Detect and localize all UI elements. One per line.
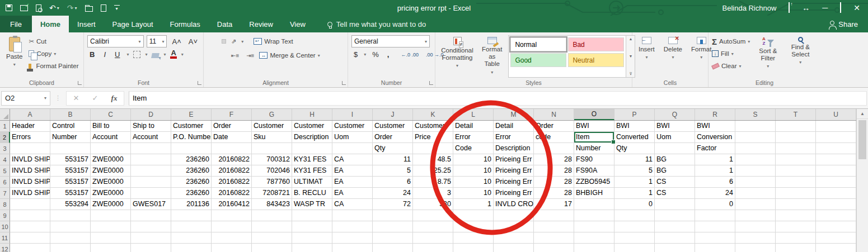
cell-B11[interactable]	[50, 232, 91, 244]
cell-M6[interactable]: Priceing Err	[494, 177, 534, 188]
tab-review[interactable]: Review	[241, 16, 281, 32]
cell-D9[interactable]	[131, 210, 171, 221]
column-header-Q[interactable]: Q	[655, 109, 695, 120]
cell-A5[interactable]: INVLD SHIP	[10, 165, 50, 177]
cell-I5[interactable]: EA	[332, 165, 373, 177]
column-header-U[interactable]: U	[816, 109, 856, 120]
column-header-C[interactable]: C	[91, 109, 131, 120]
cell-L2[interactable]: Error	[453, 132, 494, 143]
cut-button[interactable]: ✂ Cut	[29, 35, 78, 47]
cell-B6[interactable]: 553157	[50, 177, 91, 188]
open-icon[interactable]	[85, 4, 93, 12]
cell-U8[interactable]	[816, 199, 856, 210]
cell-C2[interactable]: Account	[91, 132, 131, 143]
cell-T10[interactable]	[776, 221, 816, 232]
cell-R10[interactable]	[695, 221, 735, 232]
cell-K4[interactable]: 48.5	[413, 154, 453, 165]
cell-K8[interactable]: 330	[413, 199, 453, 210]
cell-A3[interactable]	[10, 143, 50, 154]
cell-N5[interactable]: 28	[534, 165, 574, 177]
cell-U3[interactable]	[816, 143, 856, 154]
cell-E11[interactable]	[171, 232, 212, 244]
column-header-S[interactable]: S	[735, 109, 776, 120]
cell-B8[interactable]: 553294	[50, 199, 91, 210]
cell-L7[interactable]: 10	[453, 188, 494, 199]
cell-M10[interactable]	[494, 221, 534, 232]
row-header-9[interactable]: 9	[0, 210, 10, 221]
row-header-7[interactable]: 7	[0, 188, 10, 199]
select-all-corner[interactable]	[0, 109, 10, 120]
cell-Q9[interactable]	[655, 210, 695, 221]
cell-L3[interactable]: Code	[453, 143, 494, 154]
orientation-icon[interactable]: ⇗	[229, 36, 238, 47]
cell-R2[interactable]: Conversion	[695, 132, 735, 143]
cell-O3[interactable]: Number	[574, 143, 614, 154]
cell-A6[interactable]: INVLD SHIP	[10, 177, 50, 188]
cell-Q6[interactable]: CS	[655, 177, 695, 188]
share-button[interactable]: Share	[820, 16, 868, 32]
cell-F5[interactable]: 20160822	[212, 165, 252, 177]
quick-print-icon[interactable]	[20, 5, 28, 11]
cell-P6[interactable]: 1	[614, 177, 655, 188]
top-align-icon[interactable]	[207, 39, 212, 44]
column-header-F[interactable]: F	[212, 109, 252, 120]
cell-O8[interactable]	[574, 199, 614, 210]
cell-L8[interactable]: 1	[453, 199, 494, 210]
cell-K5[interactable]: 25.25	[413, 165, 453, 177]
cell-L6[interactable]: 10	[453, 177, 494, 188]
cell-T6[interactable]	[776, 177, 816, 188]
cell-N10[interactable]	[534, 221, 574, 232]
cell-F9[interactable]	[212, 210, 252, 221]
cell-E2[interactable]: P.O. Number	[171, 132, 212, 143]
autosum-button[interactable]: Σ AutoSum▾	[712, 35, 750, 47]
cell-D7[interactable]	[131, 188, 171, 199]
conditional-formatting-button[interactable]: Conditional Formatting▾	[439, 35, 476, 78]
align-right-icon[interactable]	[222, 53, 226, 58]
cell-H6[interactable]: ULTIMAT	[292, 177, 332, 188]
cell-T11[interactable]	[776, 232, 816, 244]
cell-N7[interactable]: 28	[534, 188, 574, 199]
cell-R9[interactable]	[695, 210, 735, 221]
cell-J12[interactable]	[373, 244, 413, 252]
column-header-M[interactable]: M	[494, 109, 534, 120]
row-header-6[interactable]: 6	[0, 177, 10, 188]
cell-G4[interactable]: 700312	[252, 154, 292, 165]
cell-P11[interactable]	[614, 232, 655, 244]
column-header-A[interactable]: A	[10, 109, 50, 120]
cell-K12[interactable]	[413, 244, 453, 252]
cell-O11[interactable]	[574, 232, 614, 244]
column-header-O[interactable]: O	[574, 109, 614, 120]
cell-S7[interactable]	[735, 188, 776, 199]
cell-G7[interactable]: 7208721	[252, 188, 292, 199]
fill-color-icon[interactable]	[151, 53, 159, 58]
cell-T9[interactable]	[776, 210, 816, 221]
cell-I11[interactable]	[332, 232, 373, 244]
tell-me-box[interactable]: Tell me what you want to do	[327, 16, 426, 32]
cell-L10[interactable]	[453, 221, 494, 232]
cell-T3[interactable]	[776, 143, 816, 154]
column-header-L[interactable]: L	[453, 109, 494, 120]
cell-B12[interactable]	[50, 244, 91, 252]
cell-A9[interactable]	[10, 210, 50, 221]
cell-Q2[interactable]: Uom	[655, 132, 695, 143]
cell-T1[interactable]	[776, 121, 816, 132]
minimize-icon[interactable]: ─	[822, 4, 828, 12]
cell-O9[interactable]	[574, 210, 614, 221]
cell-S3[interactable]	[735, 143, 776, 154]
cell-T8[interactable]	[776, 199, 816, 210]
cell-F8[interactable]: 20160412	[212, 199, 252, 210]
cell-G10[interactable]	[252, 221, 292, 232]
style-normal[interactable]: Normal	[510, 37, 566, 51]
cell-U11[interactable]	[816, 232, 856, 244]
column-header-I[interactable]: I	[332, 109, 373, 120]
cell-E6[interactable]: 236260	[171, 177, 212, 188]
cell-N12[interactable]	[534, 244, 574, 252]
cell-N3[interactable]	[534, 143, 574, 154]
cell-C10[interactable]	[91, 221, 131, 232]
cell-D2[interactable]: Account	[131, 132, 171, 143]
cell-H11[interactable]	[292, 232, 332, 244]
cell-U4[interactable]	[816, 154, 856, 165]
style-neutral[interactable]: Neutral	[568, 53, 624, 67]
cell-R6[interactable]: 6	[695, 177, 735, 188]
decrease-indent-icon[interactable]: ⇤≡	[229, 50, 241, 61]
